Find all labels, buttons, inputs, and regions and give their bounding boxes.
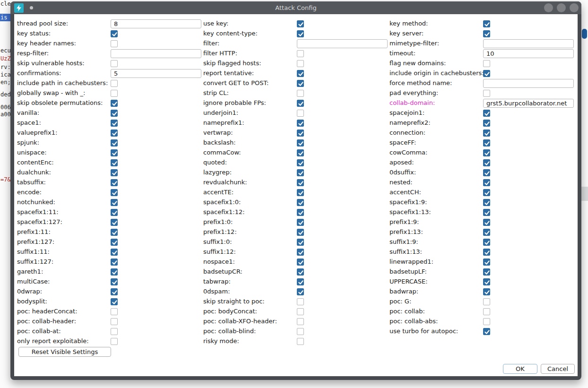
checkbox[interactable] <box>297 268 304 276</box>
checkbox[interactable] <box>483 179 490 186</box>
text-input[interactable] <box>111 49 201 58</box>
checkbox[interactable] <box>483 149 490 156</box>
checkbox[interactable] <box>483 30 490 37</box>
checkbox[interactable] <box>297 189 304 196</box>
checkbox[interactable] <box>111 40 118 47</box>
checkbox[interactable] <box>483 209 490 216</box>
checkbox[interactable] <box>483 298 490 305</box>
checkbox[interactable] <box>111 308 118 315</box>
checkbox[interactable] <box>483 239 490 246</box>
checkbox[interactable] <box>111 298 118 305</box>
checkbox[interactable] <box>297 298 304 305</box>
checkbox[interactable] <box>111 139 118 147</box>
checkbox[interactable] <box>483 120 490 127</box>
text-input[interactable] <box>483 79 574 88</box>
checkbox[interactable] <box>483 110 490 117</box>
checkbox[interactable] <box>483 70 490 77</box>
checkbox[interactable] <box>483 328 490 335</box>
close-button[interactable] <box>570 3 579 12</box>
maximize-button[interactable] <box>557 3 566 12</box>
checkbox[interactable] <box>111 189 118 196</box>
checkbox[interactable] <box>483 249 490 256</box>
checkbox[interactable] <box>297 199 304 206</box>
checkbox[interactable] <box>483 129 490 137</box>
checkbox[interactable] <box>483 219 490 226</box>
checkbox[interactable] <box>483 169 490 176</box>
cancel-button[interactable]: Cancel <box>541 364 575 374</box>
checkbox[interactable] <box>297 249 304 256</box>
checkbox[interactable] <box>111 219 118 226</box>
checkbox[interactable] <box>297 338 304 345</box>
checkbox[interactable] <box>111 259 118 266</box>
checkbox[interactable] <box>111 110 118 117</box>
checkbox[interactable] <box>297 229 304 236</box>
checkbox[interactable] <box>297 50 304 57</box>
checkbox[interactable] <box>297 20 304 27</box>
checkbox[interactable] <box>297 288 304 295</box>
checkbox[interactable] <box>483 229 490 236</box>
checkbox[interactable] <box>483 259 490 266</box>
checkbox[interactable] <box>297 100 304 107</box>
checkbox[interactable] <box>297 129 304 137</box>
checkbox[interactable] <box>483 20 490 27</box>
checkbox[interactable] <box>111 80 118 87</box>
minimize-button[interactable] <box>544 3 553 12</box>
checkbox[interactable] <box>297 259 304 266</box>
checkbox[interactable] <box>483 288 490 295</box>
checkbox[interactable] <box>111 179 118 186</box>
checkbox[interactable] <box>297 308 304 315</box>
checkbox[interactable] <box>297 328 304 335</box>
checkbox[interactable] <box>111 328 118 335</box>
checkbox[interactable] <box>297 219 304 226</box>
checkbox[interactable] <box>111 239 118 246</box>
checkbox[interactable] <box>111 30 118 37</box>
checkbox[interactable] <box>111 90 118 97</box>
checkbox[interactable] <box>111 60 118 67</box>
checkbox[interactable] <box>111 199 118 206</box>
checkbox[interactable] <box>111 149 118 156</box>
checkbox[interactable] <box>297 30 304 37</box>
checkbox[interactable] <box>297 318 304 325</box>
text-input[interactable] <box>111 19 201 28</box>
reset-visible-settings-button[interactable]: Reset Visible Settings <box>18 347 111 357</box>
checkbox[interactable] <box>297 159 304 166</box>
checkbox[interactable] <box>111 338 118 345</box>
checkbox[interactable] <box>111 249 118 256</box>
checkbox[interactable] <box>297 169 304 176</box>
checkbox[interactable] <box>297 179 304 186</box>
checkbox[interactable] <box>111 159 118 166</box>
checkbox[interactable] <box>297 278 304 285</box>
checkbox[interactable] <box>483 189 490 196</box>
text-input[interactable] <box>483 49 574 58</box>
checkbox[interactable] <box>297 70 304 77</box>
checkbox[interactable] <box>483 318 490 325</box>
text-input[interactable] <box>483 39 574 48</box>
checkbox[interactable] <box>111 229 118 236</box>
checkbox[interactable] <box>297 139 304 147</box>
dialog-titlebar[interactable]: Attack Config <box>10 1 581 14</box>
checkbox[interactable] <box>297 209 304 216</box>
checkbox[interactable] <box>483 278 490 285</box>
checkbox[interactable] <box>111 318 118 325</box>
checkbox[interactable] <box>111 278 118 285</box>
checkbox[interactable] <box>297 80 304 87</box>
text-input[interactable] <box>483 99 574 108</box>
checkbox[interactable] <box>111 268 118 276</box>
checkbox[interactable] <box>111 209 118 216</box>
checkbox[interactable] <box>483 139 490 147</box>
checkbox[interactable] <box>111 169 118 176</box>
checkbox[interactable] <box>297 110 304 117</box>
checkbox[interactable] <box>297 149 304 156</box>
checkbox[interactable] <box>111 129 118 137</box>
checkbox[interactable] <box>111 100 118 107</box>
checkbox[interactable] <box>483 159 490 166</box>
checkbox[interactable] <box>483 60 490 67</box>
checkbox[interactable] <box>111 288 118 295</box>
ok-button[interactable]: OK <box>503 364 537 374</box>
checkbox[interactable] <box>297 120 304 127</box>
checkbox[interactable] <box>483 308 490 315</box>
checkbox[interactable] <box>483 90 490 97</box>
checkbox[interactable] <box>297 90 304 97</box>
text-input[interactable] <box>297 39 388 48</box>
checkbox[interactable] <box>483 199 490 206</box>
